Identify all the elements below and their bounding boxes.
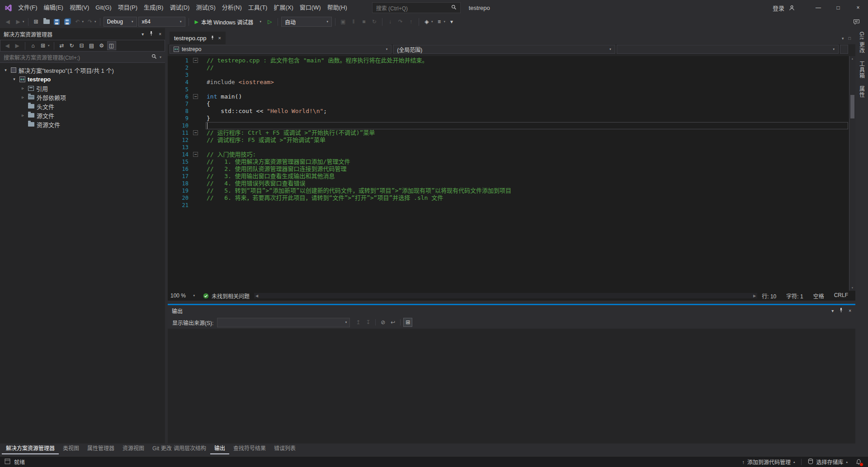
properties-icon[interactable]: ⚙ [97, 41, 106, 50]
menu-item[interactable]: 文件(F) [15, 0, 41, 15]
document-tab[interactable]: testrepo.cpp × [170, 32, 226, 44]
sync-active-document-icon[interactable]: ⇄ [57, 41, 66, 50]
open-file-icon[interactable] [42, 17, 52, 27]
restart-icon[interactable]: ↻ [369, 17, 379, 27]
quick-search-box[interactable]: 搜索 (Ctrl+Q) [372, 2, 461, 13]
dock-tab[interactable]: 属性 [858, 86, 866, 98]
menu-item[interactable]: 窗口(W) [297, 0, 324, 15]
se-forward-icon[interactable]: ▶ [13, 41, 22, 50]
code-editor[interactable]: 1−// testrepo.cpp : 此文件包含 "main" 函数。程序执行… [168, 56, 855, 291]
chevron-down-icon[interactable]: ▾ [82, 20, 84, 24]
pin-icon[interactable] [210, 35, 215, 42]
panel-tab[interactable]: 属性管理器 [83, 443, 118, 454]
feedback-icon[interactable] [853, 19, 860, 25]
code-line[interactable]: 21 [168, 202, 855, 209]
close-icon[interactable]: × [159, 32, 161, 37]
undo-icon[interactable]: ↶ [73, 17, 83, 27]
menu-item[interactable]: 分析(N) [219, 0, 245, 15]
pin-icon[interactable] [149, 31, 154, 37]
tree-item-project[interactable]: ▾++testrepo [0, 75, 165, 84]
output-content[interactable] [168, 329, 855, 443]
sign-in-button[interactable]: 登录 [773, 4, 784, 12]
code-line[interactable]: 14−// 入门使用技巧: [168, 151, 855, 158]
fold-marker-icon[interactable]: − [191, 129, 200, 137]
chevron-down-icon[interactable]: ▾ [48, 44, 50, 47]
collapse-all-icon[interactable]: ⊟ [77, 41, 86, 50]
nav-back-icon[interactable]: ◀ [3, 17, 13, 27]
status-spaces[interactable]: 空格 [813, 292, 824, 300]
save-icon[interactable] [52, 17, 62, 27]
bookmark-icon[interactable]: ◈ [422, 17, 432, 27]
window-position-icon[interactable]: ▾ [142, 32, 144, 37]
solution-platforms-combo[interactable]: x64▾ [138, 17, 185, 27]
menu-item[interactable]: 扩展(X) [270, 0, 296, 15]
code-line[interactable]: 20// 6. 将来，若要再次打开此项目，请转到“文件”>“打开”>“项目”并选… [168, 194, 855, 202]
tree-item-references[interactable]: ▹引用 [0, 84, 165, 93]
dock-tab[interactable]: 工具箱 [858, 61, 866, 79]
start-debugging-button[interactable]: ▶本地 Windows 调试器▾ [192, 16, 264, 27]
code-line[interactable]: 3 [168, 71, 855, 79]
minimize-button[interactable]: — [808, 0, 828, 15]
tree-item-solution[interactable]: ▾解决方案"testrepo"(1 个项目/共 1 个) [0, 66, 165, 75]
toggle-autoscroll-icon[interactable]: ⊞ [403, 318, 412, 327]
member-scope-dropdown[interactable]: ▾ [617, 45, 839, 54]
goto-next-message-icon[interactable]: ↧ [363, 318, 373, 327]
preview-selected-icon[interactable]: ◫ [107, 41, 116, 50]
tree-expanded-arrow-icon[interactable]: ▾ [11, 77, 17, 81]
code-line[interactable]: 10 [168, 122, 855, 129]
home-icon[interactable]: ⌂ [28, 41, 38, 50]
tree-item-source-files[interactable]: ▹源文件 [0, 111, 165, 120]
code-line[interactable]: 13 [168, 144, 855, 151]
menu-item[interactable]: 测试(S) [193, 0, 218, 15]
menu-item[interactable]: 调试(D) [166, 0, 193, 15]
tree-collapsed-arrow-icon[interactable]: ▹ [20, 95, 26, 99]
window-position-icon[interactable]: ▾ [831, 308, 834, 313]
nav-forward-icon[interactable]: ▶ [13, 17, 23, 27]
debug-target-combo[interactable]: 自动▾ [281, 17, 332, 27]
navbar-options-button[interactable] [840, 45, 848, 54]
close-button[interactable]: × [848, 0, 868, 15]
chevron-down-icon[interactable]: ▾ [160, 55, 161, 59]
tree-item-external-dependencies[interactable]: ▹外部依赖项 [0, 93, 165, 102]
menu-item[interactable]: 工具(T) [245, 0, 271, 15]
save-all-icon[interactable] [62, 17, 72, 27]
code-line[interactable]: 15// 1. 使用解决方案资源管理器窗口添加/管理文件 [168, 158, 855, 165]
pin-icon[interactable] [839, 307, 844, 314]
code-line[interactable]: 18// 4. 使用错误列表窗口查看错误 [168, 180, 855, 187]
break-all-icon[interactable]: ‖ [349, 17, 359, 27]
menu-item[interactable]: 视图(V) [66, 0, 92, 15]
code-line[interactable]: 2// [168, 64, 855, 71]
code-line[interactable]: 19// 5. 转到“项目”>“添加新项”以创建新的代码文件，或转到“项目”>“… [168, 187, 855, 194]
chevron-down-icon[interactable]: ▾ [94, 20, 96, 24]
maximize-button[interactable]: □ [828, 0, 848, 15]
panel-tab[interactable]: 输出 [210, 443, 229, 454]
clear-all-icon[interactable]: ⊘ [378, 318, 387, 327]
tree-expanded-arrow-icon[interactable]: ▾ [3, 68, 9, 72]
tree-collapsed-arrow-icon[interactable]: ▹ [20, 113, 26, 118]
code-line[interactable]: 7{ [168, 100, 855, 108]
dock-tab[interactable]: Git 更改 [858, 32, 866, 54]
close-icon[interactable]: × [218, 35, 221, 41]
code-line[interactable]: 9} [168, 115, 855, 122]
output-source-dropdown[interactable]: ▾ [217, 318, 350, 327]
step-over-icon[interactable]: ↷ [396, 17, 406, 27]
scroll-right-icon[interactable]: ▶ [753, 294, 756, 298]
menu-item[interactable]: 编辑(E) [41, 0, 66, 15]
redo-icon[interactable]: ↷ [85, 17, 95, 27]
se-back-icon[interactable]: ◀ [3, 41, 12, 50]
scrollbar-thumb[interactable] [850, 95, 854, 118]
fold-marker-icon[interactable]: − [191, 93, 200, 100]
menu-item[interactable]: 项目(P) [115, 0, 141, 15]
editor-vertical-scrollbar[interactable] [849, 56, 855, 291]
panel-tab[interactable]: 解决方案资源管理器 [2, 443, 59, 454]
chevron-down-icon[interactable]: ▾ [23, 20, 24, 24]
user-profile-icon[interactable] [789, 5, 795, 11]
apply-code-changes-icon[interactable]: ▣ [338, 17, 348, 27]
add-to-source-control-button[interactable]: ↑ 添加到源代码管理 ▴ [742, 458, 795, 466]
panel-tab[interactable]: 错误列表 [270, 443, 300, 454]
code-line[interactable]: 16// 2. 使用团队资源管理器窗口连接到源代码管理 [168, 165, 855, 173]
code-line[interactable]: 1−// testrepo.cpp : 此文件包含 "main" 函数。程序执行… [168, 57, 855, 64]
refresh-icon[interactable]: ↻ [67, 41, 76, 50]
code-line[interactable]: 17// 3. 使用输出窗口查看生成输出和其他消息 [168, 173, 855, 180]
tree-collapsed-arrow-icon[interactable]: ▹ [20, 86, 26, 90]
